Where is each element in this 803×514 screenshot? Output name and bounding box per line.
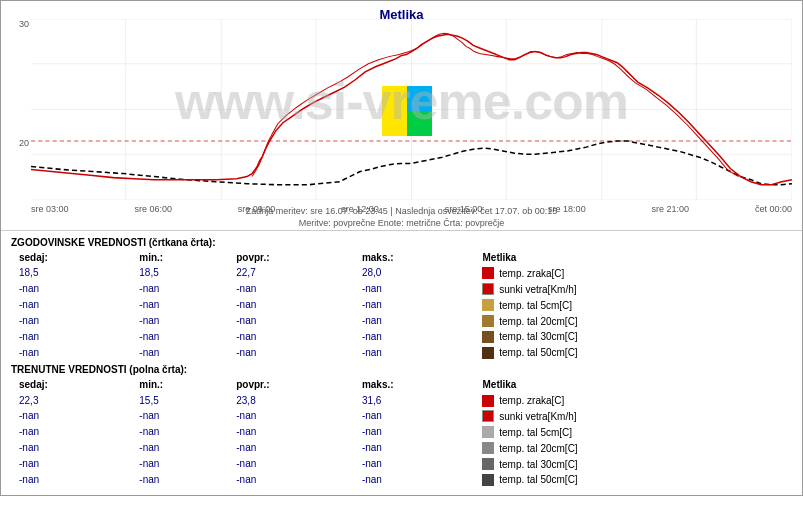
curr-r4-dot [482,458,494,470]
y-axis: 30 20 [3,19,31,202]
hist-col-maks: maks.: [358,250,479,265]
hist-r4-dot [482,331,494,343]
hist-header-row: sedaj: min.: povpr.: maks.: Metlika [11,250,792,265]
hist-row-5: -nan -nan -nan -nan temp. tal 50cm[C] [11,344,792,360]
curr-r5-min: -nan [135,471,232,487]
curr-r5-maks: -nan [358,471,479,487]
hist-r4-sedaj: -nan [11,328,135,344]
hist-r3-legend: temp. tal 20cm[C] [478,313,792,329]
hist-r3-sedaj: -nan [11,313,135,329]
logo-svg [382,86,432,136]
hist-row-0: 18,5 18,5 22,7 28,0 temp. zraka[C] [11,265,792,281]
hist-r1-label: sunki vetra[Km/h] [499,284,576,295]
section2-title: TRENUTNE VREDNOSTI (polna črta): [11,364,792,375]
hist-r0-povpr: 22,7 [232,265,358,281]
hist-r5-label: temp. tal 50cm[C] [499,347,577,358]
curr-r1-dot [482,410,494,422]
hist-r4-maks: -nan [358,328,479,344]
hist-row-3: -nan -nan -nan -nan temp. tal 20cm[C] [11,313,792,329]
hist-r0-dot [482,267,494,279]
hist-r4-min: -nan [135,328,232,344]
hist-r2-povpr: -nan [232,297,358,313]
curr-r2-sedaj: -nan [11,424,135,440]
hist-r4-povpr: -nan [232,328,358,344]
curr-r5-label: temp. tal 50cm[C] [499,474,577,485]
curr-r2-legend: temp. tal 5cm[C] [478,424,792,440]
current-table: sedaj: min.: povpr.: maks.: Metlika 22,3… [11,377,792,487]
curr-col-sedaj: sedaj: [11,377,135,392]
curr-r3-label: temp. tal 20cm[C] [499,443,577,454]
hist-r2-legend: temp. tal 5cm[C] [478,297,792,313]
curr-r3-povpr: -nan [232,440,358,456]
curr-r0-povpr: 23,8 [232,392,358,408]
hist-r3-dot [482,315,494,327]
hist-r2-maks: -nan [358,297,479,313]
curr-r4-sedaj: -nan [11,456,135,472]
curr-r2-dot [482,426,494,438]
hist-r2-min: -nan [135,297,232,313]
curr-r2-min: -nan [135,424,232,440]
y-label-30: 30 [19,19,29,29]
hist-r1-sedaj: -nan [11,281,135,297]
hist-r1-povpr: -nan [232,281,358,297]
curr-r3-dot [482,442,494,454]
curr-r4-povpr: -nan [232,456,358,472]
hist-r5-sedaj: -nan [11,344,135,360]
hist-r1-maks: -nan [358,281,479,297]
curr-row-2: -nan -nan -nan -nan temp. tal 5cm[C] [11,424,792,440]
subtitle-line1: Zadnja meritev: sre 16.07. ob 23:45 | Na… [1,205,802,218]
hist-r0-sedaj: 18,5 [11,265,135,281]
curr-r0-min: 15,5 [135,392,232,408]
hist-row-1: -nan -nan -nan -nan sunki vetra[Km/h] [11,281,792,297]
curr-r3-maks: -nan [358,440,479,456]
curr-r0-dot [482,395,494,407]
hist-col-povpr: povpr.: [232,250,358,265]
hist-r2-label: temp. tal 5cm[C] [499,300,572,311]
hist-r5-min: -nan [135,344,232,360]
hist-r2-dot [482,299,494,311]
curr-r4-maks: -nan [358,456,479,472]
curr-r0-maks: 31,6 [358,392,479,408]
hist-r4-legend: temp. tal 30cm[C] [478,328,792,344]
chart-subtitle: Zadnja meritev: sre 16.07. ob 23:45 | Na… [1,205,802,230]
curr-r5-povpr: -nan [232,471,358,487]
hist-r0-min: 18,5 [135,265,232,281]
hist-r0-maks: 28,0 [358,265,479,281]
svg-rect-16 [407,111,432,136]
curr-row-1: -nan -nan -nan -nan sunki vetra[Km/h] [11,408,792,424]
hist-col-sedaj: sedaj: [11,250,135,265]
svg-rect-14 [382,86,407,136]
curr-row-3: -nan -nan -nan -nan temp. tal 20cm[C] [11,440,792,456]
hist-col-min: min.: [135,250,232,265]
hist-r1-legend: sunki vetra[Km/h] [478,281,792,297]
chart-area: Metlika 30 20 [1,1,802,231]
curr-row-0: 22,3 15,5 23,8 31,6 temp. zraka[C] [11,392,792,408]
curr-r3-sedaj: -nan [11,440,135,456]
curr-r5-legend: temp. tal 50cm[C] [478,471,792,487]
y-label-20: 20 [19,138,29,148]
svg-rect-15 [407,86,432,111]
curr-r1-povpr: -nan [232,408,358,424]
hist-r5-maks: -nan [358,344,479,360]
curr-row-5: -nan -nan -nan -nan temp. tal 50cm[C] [11,471,792,487]
hist-r5-legend: temp. tal 50cm[C] [478,344,792,360]
hist-col-metlika: Metlika [478,250,792,265]
curr-r4-min: -nan [135,456,232,472]
curr-col-povpr: povpr.: [232,377,358,392]
hist-r0-legend: temp. zraka[C] [478,265,792,281]
hist-r0-label: temp. zraka[C] [499,268,564,279]
section1-title: ZGODOVINSKE VREDNOSTI (črtkana črta): [11,237,792,248]
curr-r5-sedaj: -nan [11,471,135,487]
hist-r3-label: temp. tal 20cm[C] [499,315,577,326]
curr-row-4: -nan -nan -nan -nan temp. tal 30cm[C] [11,456,792,472]
curr-r1-label: sunki vetra[Km/h] [499,411,576,422]
curr-r2-povpr: -nan [232,424,358,440]
curr-r4-label: temp. tal 30cm[C] [499,458,577,469]
historical-table: sedaj: min.: povpr.: maks.: Metlika 18,5… [11,250,792,360]
curr-r1-sedaj: -nan [11,408,135,424]
curr-r0-sedaj: 22,3 [11,392,135,408]
hist-r3-povpr: -nan [232,313,358,329]
curr-r0-label: temp. zraka[C] [499,395,564,406]
curr-r2-maks: -nan [358,424,479,440]
curr-r3-legend: temp. tal 20cm[C] [478,440,792,456]
